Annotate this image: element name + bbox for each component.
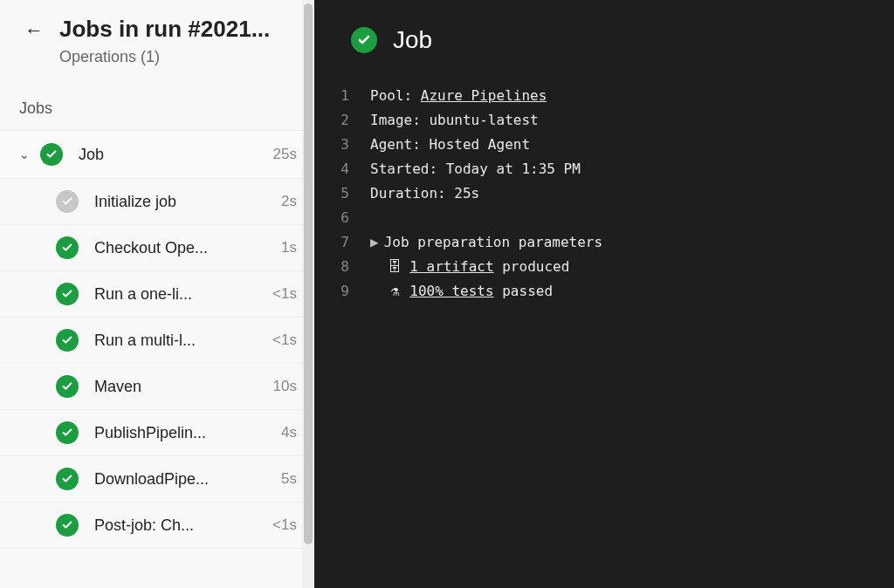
step-row[interactable]: Maven10s [0, 364, 314, 410]
log-text: Started: Today at 1:35 PM [370, 157, 581, 181]
page-subtitle: Operations (1) [59, 48, 297, 66]
line-number: 5 [314, 181, 349, 206]
log-line: 1 Pool: Azure Pipelines [314, 84, 894, 108]
status-success-icon [56, 468, 79, 490]
log-line-expandable[interactable]: 7 ▶ Job preparation parameters [314, 230, 894, 255]
artifact-icon: 🗄 [387, 255, 402, 279]
disclosure-triangle-icon[interactable]: ▶ [370, 230, 379, 255]
sidebar: ← Jobs in run #2021... Operations (1) Jo… [0, 0, 314, 588]
status-success-icon [56, 283, 79, 305]
line-number: 1 [314, 84, 349, 108]
step-name: Initialize job [94, 193, 274, 211]
page-title: Jobs in run #2021... [59, 16, 297, 43]
step-row[interactable]: Checkout Ope...1s [0, 225, 314, 271]
step-row[interactable]: Initialize job2s [0, 179, 314, 225]
step-name: PublishPipelin... [94, 424, 274, 442]
log-line: 3 Agent: Hosted Agent [314, 133, 894, 157]
log-title: Job [393, 26, 432, 54]
step-duration: <1s [272, 285, 297, 303]
log-text: Pool: [370, 87, 421, 104]
log-line: 5 Duration: 25s [314, 181, 894, 206]
step-name: Checkout Ope... [94, 239, 274, 257]
line-number: 8 [314, 255, 349, 279]
sidebar-header: ← Jobs in run #2021... Operations (1) [0, 0, 314, 66]
log-text: Image: ubuntu-latest [370, 108, 539, 133]
scrollbar-track[interactable] [302, 0, 314, 588]
line-number: 6 [314, 206, 349, 230]
step-name: Post-job: Ch... [94, 516, 265, 535]
step-duration: 1s [281, 239, 297, 256]
scrollbar-thumb[interactable] [304, 3, 313, 544]
log-text: Duration: 25s [370, 181, 479, 206]
log-header: Job [314, 0, 894, 75]
step-row[interactable]: Run a one-li...<1s [0, 271, 314, 318]
artifact-link[interactable]: 1 artifact [409, 258, 493, 275]
status-success-icon [351, 27, 377, 53]
status-success-icon [56, 329, 79, 352]
status-success-icon [40, 143, 63, 166]
job-name: Job [79, 146, 266, 164]
step-duration: 2s [281, 193, 297, 210]
line-number: 2 [314, 108, 349, 133]
log-text: passed [494, 283, 553, 299]
log-line: 6 [314, 206, 894, 230]
line-number: 7 [314, 230, 349, 255]
status-success-icon [56, 514, 79, 537]
line-number: 4 [314, 157, 349, 181]
job-tree: ⌄ Job 25s Initialize job2sCheckout Ope..… [0, 130, 314, 549]
log-body: 1 Pool: Azure Pipelines 2 Image: ubuntu-… [314, 75, 894, 304]
log-text: Job preparation parameters [384, 230, 602, 255]
step-duration: 10s [273, 378, 297, 395]
step-duration: <1s [272, 516, 297, 534]
step-name: Run a one-li... [94, 285, 265, 304]
step-duration: 4s [281, 424, 297, 441]
job-duration: 25s [273, 146, 297, 163]
log-text: produced [494, 258, 570, 275]
step-row[interactable]: Post-job: Ch...<1s [0, 503, 314, 549]
tests-link[interactable]: 100% tests [409, 283, 493, 299]
line-number: 9 [314, 279, 349, 304]
step-name: Maven [94, 378, 266, 396]
log-text: Agent: Hosted Agent [370, 133, 530, 157]
step-duration: <1s [272, 332, 297, 349]
log-line: 2 Image: ubuntu-latest [314, 108, 894, 133]
step-row[interactable]: PublishPipelin...4s [0, 410, 314, 456]
job-row[interactable]: ⌄ Job 25s [0, 131, 314, 179]
status-success-icon [56, 421, 79, 444]
step-name: DownloadPipe... [94, 470, 274, 489]
step-row[interactable]: DownloadPipe...5s [0, 456, 314, 503]
tests-flask-icon: ⚗ [387, 279, 402, 304]
log-line: 9 ⚗100% tests passed [314, 279, 894, 304]
pool-link[interactable]: Azure Pipelines [421, 87, 547, 104]
status-success-icon [56, 236, 79, 259]
step-duration: 5s [281, 470, 297, 488]
log-line: 4 Started: Today at 1:35 PM [314, 157, 894, 181]
jobs-section-label: Jobs [0, 66, 314, 130]
back-arrow-icon[interactable]: ← [24, 21, 44, 40]
step-row[interactable]: Run a multi-l...<1s [0, 318, 314, 364]
line-number: 3 [314, 133, 349, 157]
chevron-down-icon[interactable]: ⌄ [19, 147, 35, 161]
log-pane: Job 1 Pool: Azure Pipelines 2 Image: ubu… [314, 0, 894, 588]
status-success-icon [56, 375, 79, 398]
status-skipped-icon [56, 190, 79, 213]
step-name: Run a multi-l... [94, 332, 265, 350]
log-line: 8 🗄1 artifact produced [314, 255, 894, 279]
